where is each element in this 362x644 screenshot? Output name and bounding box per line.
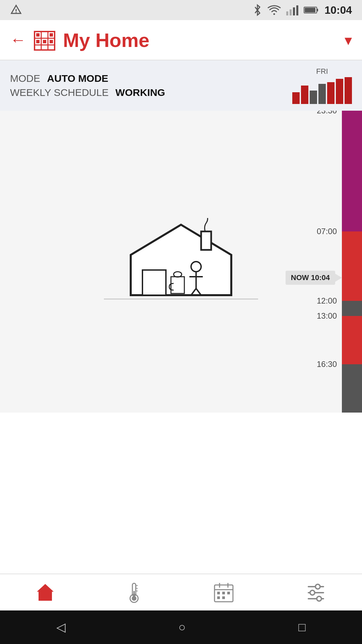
page-title: My Home (63, 29, 338, 51)
mode-bar: MODE AUTO MODE WEEKLY SCHEDULE WORKING F… (0, 60, 362, 111)
app-notification-icon (10, 4, 22, 16)
svg-rect-19 (36, 33, 40, 37)
status-bar-left (10, 4, 22, 16)
svg-rect-44 (217, 592, 220, 594)
status-bar: 10:04 (0, 0, 362, 20)
schedule-area: 23:3007:0012:0013:0016:30 NOW 10:04 (0, 111, 362, 413)
bottom-nav (0, 574, 362, 610)
chart-bar (345, 77, 352, 104)
chart-bar (318, 84, 326, 104)
chart-bar (310, 91, 317, 104)
bar-chart-container: FRI (292, 67, 352, 104)
sidebar-block (342, 316, 362, 364)
now-indicator: NOW 10:04 (286, 271, 342, 285)
now-arrow (335, 274, 342, 282)
status-bar-right: 10:04 (253, 4, 352, 16)
chart-bar (292, 92, 300, 104)
time-labels: 23:3007:0012:0013:0016:30 (308, 111, 339, 413)
nav-settings[interactable] (305, 582, 327, 603)
bluetooth-icon (253, 4, 262, 16)
mode-info: MODE AUTO MODE WEEKLY SCHEDULE WORKING (10, 73, 165, 98)
now-label: NOW 10:04 (286, 271, 335, 285)
chart-bar (301, 86, 308, 104)
svg-rect-7 (296, 5, 298, 15)
svg-rect-47 (217, 596, 220, 599)
svg-rect-4 (286, 11, 288, 15)
svg-point-36 (132, 596, 136, 601)
nav-home[interactable] (35, 582, 55, 602)
svg-rect-10 (305, 8, 315, 12)
android-recent-button[interactable]: □ (298, 620, 306, 634)
svg-point-52 (310, 590, 315, 595)
time-label: 13:00 (317, 311, 337, 321)
sidebar-block (342, 111, 362, 231)
svg-rect-23 (142, 270, 166, 295)
battery-icon (304, 6, 319, 14)
svg-rect-17 (43, 40, 46, 43)
svg-rect-22 (201, 231, 211, 250)
time-label: 16:30 (317, 360, 337, 369)
svg-rect-46 (227, 592, 230, 594)
chart-day-label: FRI (292, 67, 352, 76)
android-back-button[interactable]: ◁ (56, 620, 66, 634)
thermometer-icon (126, 582, 142, 603)
chart-bar (327, 82, 335, 104)
nav-schedule[interactable] (213, 582, 235, 603)
wifi-icon (267, 5, 281, 15)
building-icon (33, 28, 56, 52)
schedule-icon (213, 582, 235, 603)
chart-bar (336, 79, 343, 104)
nav-thermometer[interactable] (126, 582, 142, 603)
mode-row: MODE AUTO MODE (10, 73, 165, 84)
svg-point-50 (315, 584, 320, 589)
svg-rect-45 (222, 592, 225, 594)
svg-rect-20 (50, 33, 53, 37)
schedule-row: WEEKLY SCHEDULE WORKING (10, 87, 165, 98)
signal-icon (286, 5, 298, 15)
status-time: 10:04 (324, 4, 352, 16)
svg-rect-32 (43, 595, 48, 601)
svg-rect-6 (293, 7, 295, 15)
sidebar-block (342, 364, 362, 413)
sliders-icon (305, 582, 327, 603)
ground-line (104, 299, 258, 300)
svg-point-54 (317, 596, 321, 601)
time-label: 23:30 (317, 111, 337, 115)
dropdown-arrow[interactable]: ▾ (345, 32, 352, 49)
bar-chart (292, 77, 352, 104)
svg-point-2 (16, 12, 17, 13)
android-home-button[interactable]: ○ (178, 620, 186, 634)
svg-rect-16 (36, 40, 40, 43)
back-button[interactable]: ← (10, 32, 26, 48)
house-container (104, 218, 258, 300)
home-icon (35, 582, 55, 602)
header: ← My Home ▾ (0, 20, 362, 60)
house-illustration (124, 218, 238, 299)
sidebar-block (342, 301, 362, 316)
svg-rect-9 (317, 9, 318, 11)
time-label: 12:00 (317, 296, 337, 306)
sidebar-block (342, 231, 362, 301)
svg-rect-18 (50, 40, 53, 43)
schedule-sidebar (342, 111, 362, 413)
svg-rect-5 (290, 9, 292, 15)
svg-rect-48 (222, 596, 225, 599)
android-nav: ◁ ○ □ (0, 610, 362, 644)
time-label: 07:00 (317, 227, 337, 236)
svg-point-3 (274, 13, 275, 15)
